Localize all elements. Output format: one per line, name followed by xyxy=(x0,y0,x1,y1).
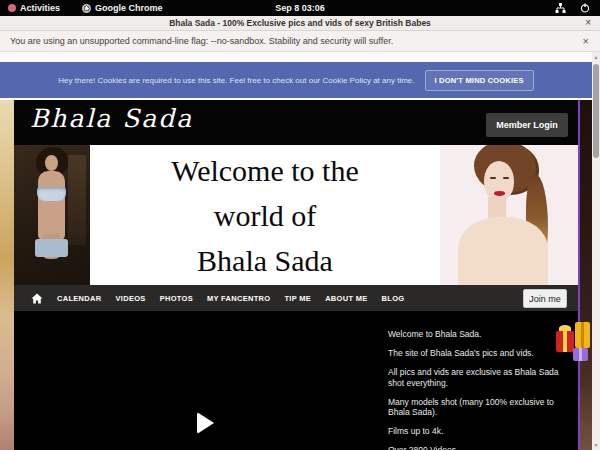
video-play-icon[interactable] xyxy=(197,412,214,434)
chrome-infobar: You are using an unsupported command-lin… xyxy=(0,31,600,52)
about-line: Many models shot (many 100% exclusive to… xyxy=(388,397,566,419)
about-line: Films up to 4k. xyxy=(388,426,566,437)
join-me-button[interactable]: Join me xyxy=(523,289,567,308)
nav-item-videos[interactable]: VIDEOS xyxy=(115,294,145,303)
cookie-notice-bar: Hey there! Cookies are required to use t… xyxy=(0,62,592,98)
scroll-down-icon[interactable]: ▼ xyxy=(592,442,600,448)
hero-banner: Welcome to the world of Bhala Sada xyxy=(14,145,578,285)
cookie-message: Hey there! Cookies are required to use t… xyxy=(58,76,414,85)
home-icon[interactable] xyxy=(31,293,43,304)
nav-item-blog[interactable]: BLOG xyxy=(382,294,405,303)
nav-item-my-fancentro[interactable]: MY FANCENTRO xyxy=(207,294,270,303)
background-image-left xyxy=(0,100,14,450)
site-header: Bhala Sada Member Login xyxy=(14,100,578,145)
cookie-accept-button[interactable]: I DON'T MIND COOKIES xyxy=(425,70,534,91)
window-title: Bhala Sada - 100% Exclusive pics and vid… xyxy=(169,18,431,28)
site-container: Bhala Sada Member Login Welcome to the w… xyxy=(14,100,578,450)
system-top-bar: Activities Google Chrome Sep 8 03:06 xyxy=(0,0,600,16)
scroll-up-icon[interactable]: ▲ xyxy=(592,54,600,60)
window-titlebar[interactable]: Bhala Sada - 100% Exclusive pics and vid… xyxy=(0,16,600,31)
about-line: The site of Bhala Sada's pics and vids. xyxy=(388,348,566,359)
hero-line-1: Welcome to the xyxy=(90,148,440,193)
hero-line-3: Bhala Sada xyxy=(90,238,440,283)
about-line: All pics and vids are exclusive as Bhala… xyxy=(388,367,566,389)
nav-item-photos[interactable]: PHOTOS xyxy=(160,294,193,303)
nav-item-about-me[interactable]: ABOUT ME xyxy=(325,294,367,303)
about-text: Welcome to Bhala Sada. The site of Bhala… xyxy=(388,329,566,450)
nav-item-calendar[interactable]: CALENDAR xyxy=(57,294,101,303)
scrollbar-thumb[interactable] xyxy=(593,64,599,158)
background-image-right xyxy=(578,100,592,450)
hero-model-photo-left xyxy=(14,145,90,285)
member-login-button[interactable]: Member Login xyxy=(486,113,568,137)
gift-gold xyxy=(575,322,590,348)
page-viewport: Hey there! Cookies are required to use t… xyxy=(0,52,600,450)
hero-welcome-text: Welcome to the world of Bhala Sada xyxy=(90,145,440,285)
site-logo[interactable]: Bhala Sada xyxy=(30,104,193,133)
gift-red xyxy=(556,331,574,352)
nav-item-tip-me[interactable]: TIP ME xyxy=(284,294,311,303)
stat-videos: Over 2800 Videos xyxy=(388,445,566,450)
main-content: Welcome to Bhala Sada. The site of Bhala… xyxy=(14,311,578,450)
window-close-icon[interactable]: × xyxy=(585,17,591,28)
about-line: Welcome to Bhala Sada. xyxy=(388,329,566,340)
infobar-close-icon[interactable]: × xyxy=(583,35,589,47)
scrollbar[interactable]: ▲ ▼ xyxy=(592,52,600,450)
hero-model-photo-right xyxy=(440,145,578,285)
gifts-icon[interactable] xyxy=(555,322,599,366)
clock[interactable]: Sep 8 03:06 xyxy=(0,3,600,13)
infobar-message: You are using an unsupported command-lin… xyxy=(10,36,393,46)
hero-line-2: world of xyxy=(90,193,440,238)
site-nav: CALENDAR VIDEOS PHOTOS MY FANCENTRO TIP … xyxy=(14,285,578,311)
gift-purple xyxy=(573,348,588,361)
